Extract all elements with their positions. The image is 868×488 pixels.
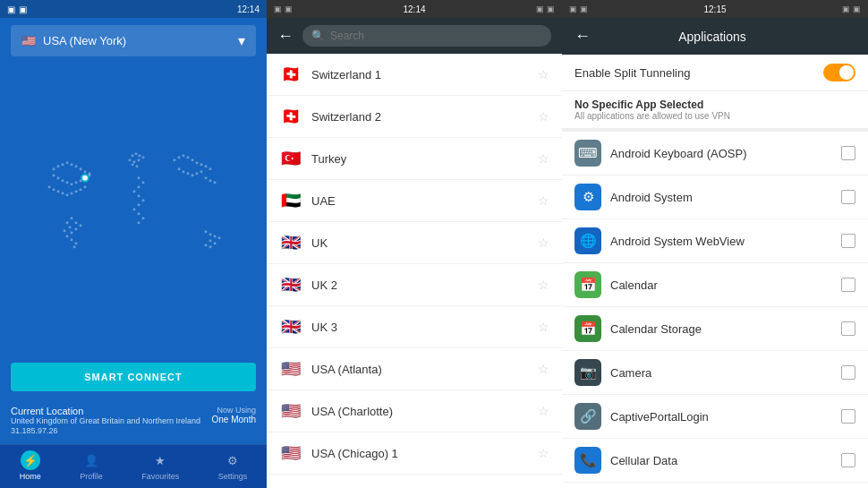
back-button-panel3[interactable]: ← <box>574 27 591 46</box>
svg-point-6 <box>80 167 82 170</box>
svg-point-83 <box>209 245 212 248</box>
server-name: USA (Chicago) 1 <box>311 447 529 460</box>
svg-point-50 <box>138 185 140 188</box>
svg-point-56 <box>138 212 140 215</box>
svg-point-69 <box>183 170 185 173</box>
nav-profile[interactable]: 👤 Profile <box>80 450 103 481</box>
server-list-item[interactable]: 🇹🇷 Turkey ☆ <box>267 138 562 180</box>
nav-home[interactable]: ⚡ Home <box>20 450 41 481</box>
location-selector-left: 🇺🇸 USA (New York) <box>21 34 126 47</box>
current-location-country: United Kingdom of Great Britain and Nort… <box>11 416 200 427</box>
server-list-item[interactable]: 🇬🇧 UK 2 ☆ <box>267 264 562 306</box>
favorite-star-icon[interactable]: ☆ <box>538 404 549 418</box>
svg-point-38 <box>64 229 66 232</box>
server-list-item[interactable]: 🇬🇧 UK 3 ☆ <box>267 306 562 348</box>
smart-connect-button[interactable]: SMART CONNECT <box>11 363 256 391</box>
flag-icon: 🇨🇭 <box>279 105 302 128</box>
favorite-star-icon[interactable]: ☆ <box>538 235 549 250</box>
app-checkbox[interactable] <box>841 278 855 292</box>
app-icon: 📅 <box>574 315 601 342</box>
svg-point-40 <box>135 152 138 155</box>
server-list-item[interactable]: 🇦🇪 UAE ☆ <box>267 180 562 222</box>
app-checkbox[interactable] <box>841 146 855 160</box>
server-list-item[interactable]: 🇺🇸 USA (Charlotte) ☆ <box>267 390 562 432</box>
location-selector[interactable]: 🇺🇸 USA (New York) ▾ <box>11 25 256 56</box>
nav-favourites-label: Favourites <box>141 472 179 481</box>
app-list-item[interactable]: 📷 Camera <box>562 351 868 395</box>
server-name: USA (Atlanta) <box>311 363 529 376</box>
current-location-bar: Current Location United Kingdom of Great… <box>0 398 267 444</box>
current-plan: One Month <box>212 415 256 424</box>
applications-panel: ▣ ▣ 12:15 ▣ ▣ ← Applications Enable Spli… <box>562 0 868 488</box>
favorite-star-icon[interactable]: ☆ <box>538 446 549 460</box>
split-tunnel-toggle[interactable] <box>823 64 855 81</box>
favorite-star-icon[interactable]: ☆ <box>538 278 549 292</box>
svg-point-28 <box>75 221 78 224</box>
app-list-item[interactable]: ⚙ Android System <box>562 176 868 219</box>
flag-icon: 🇬🇧 <box>279 315 302 338</box>
flag-icon: 🇬🇧 <box>279 231 302 254</box>
favorite-star-icon[interactable]: ☆ <box>538 109 549 124</box>
svg-point-42 <box>142 156 145 158</box>
time-panel3: 12:15 <box>703 4 726 14</box>
svg-point-70 <box>187 172 190 175</box>
now-using-label: Now Using <box>212 406 256 415</box>
app-icon: 🔗 <box>574 403 601 430</box>
svg-point-39 <box>132 154 134 157</box>
app-list: ⌨ Android Keyboard (AOSP) ⚙ Android Syst… <box>562 132 868 488</box>
back-button[interactable]: ← <box>277 27 294 46</box>
server-list-item[interactable]: 🇬🇧 UK ☆ <box>267 222 562 264</box>
app-list-item[interactable]: 📅 Calendar <box>562 263 868 307</box>
server-name: UK <box>311 236 529 250</box>
app-list-item[interactable]: 📅 Calendar Storage <box>562 307 868 351</box>
svg-point-86 <box>82 176 88 181</box>
app-list-item[interactable]: 📞 Cellular Data <box>562 439 868 483</box>
server-list: 🇨🇭 Switzerland 1 ☆ 🇨🇭 Switzerland 2 ☆ 🇹🇷… <box>267 54 562 488</box>
server-name: Turkey <box>311 152 529 166</box>
app-checkbox[interactable] <box>841 234 855 248</box>
current-location-title: Current Location <box>11 406 200 416</box>
app-list-item[interactable]: 🌐 Android System WebView <box>562 219 868 263</box>
app-checkbox[interactable] <box>841 453 855 467</box>
app-checkbox[interactable] <box>841 190 855 204</box>
server-list-item[interactable]: 🇺🇸 USA (Chicago) 1 ☆ <box>267 432 562 475</box>
search-input[interactable] <box>330 30 542 42</box>
app-checkbox[interactable] <box>841 321 855 336</box>
app-checkbox[interactable] <box>841 365 855 380</box>
favorite-star-icon[interactable]: ☆ <box>538 67 549 81</box>
svg-point-26 <box>84 185 87 188</box>
svg-point-9 <box>53 174 55 176</box>
favorite-star-icon[interactable]: ☆ <box>538 362 549 376</box>
app-checkbox[interactable] <box>841 409 855 424</box>
time-panel2: 12:14 <box>403 4 425 14</box>
svg-point-74 <box>205 176 208 179</box>
svg-point-20 <box>57 190 60 193</box>
app-list-item[interactable]: 🔗 CaptivePortalLogin <box>562 395 868 439</box>
split-tunnel-label: Enable Split Tunneling <box>574 66 690 80</box>
svg-point-45 <box>129 158 132 161</box>
svg-point-71 <box>191 174 194 176</box>
server-list-item[interactable]: 🇺🇸 USA (Atlanta) ☆ <box>267 348 562 390</box>
favorite-star-icon[interactable]: ☆ <box>538 320 549 334</box>
svg-point-14 <box>75 181 78 184</box>
split-tunnel-row: Enable Split Tunneling <box>562 55 868 91</box>
svg-point-44 <box>133 160 136 163</box>
server-list-item[interactable]: 🇨🇭 Switzerland 2 ☆ <box>267 96 562 138</box>
no-specific-app-sub: All applications are allowed to use VPN <box>574 111 855 121</box>
nav-favourites[interactable]: ★ Favourites <box>141 450 179 481</box>
status-bar-panel2: ▣ ▣ 12:14 ▣ ▣ <box>267 0 562 18</box>
favorite-star-icon[interactable]: ☆ <box>538 151 549 166</box>
svg-point-51 <box>133 190 136 193</box>
search-container[interactable]: 🔍 <box>302 25 551 47</box>
svg-point-36 <box>66 221 69 224</box>
favorite-star-icon[interactable]: ☆ <box>538 193 549 208</box>
server-list-item[interactable]: 🇺🇸 USA (Chicago) 2 ☆ <box>267 475 562 488</box>
app-list-item[interactable]: ⌨ Android Keyboard (AOSP) <box>562 132 868 176</box>
svg-point-73 <box>200 170 203 173</box>
nav-settings[interactable]: ⚙ Settings <box>218 450 248 481</box>
svg-point-21 <box>62 192 64 194</box>
flag-icon: 🇹🇷 <box>279 147 302 170</box>
svg-point-52 <box>138 194 140 197</box>
app-list-item[interactable]: ◉ Chrome <box>562 483 868 488</box>
server-list-item[interactable]: 🇨🇭 Switzerland 1 ☆ <box>267 54 562 96</box>
